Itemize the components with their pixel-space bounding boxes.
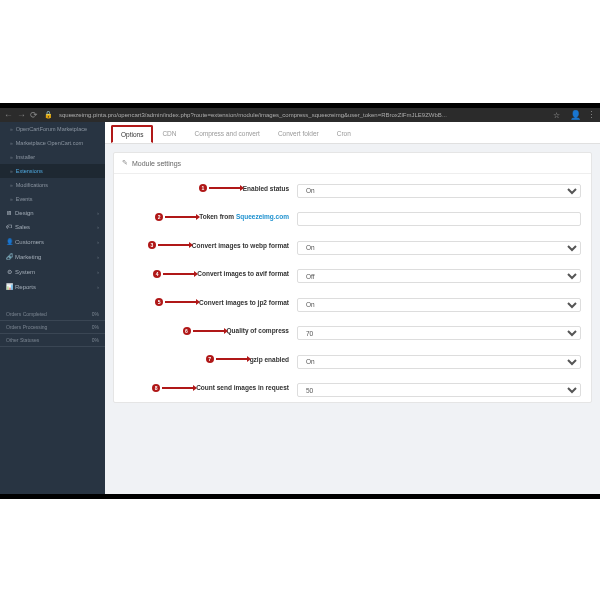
chevron-right-icon: › [97, 269, 99, 275]
chevron-right-icon: › [97, 210, 99, 216]
form-row: 2 Token from Squeezeimg.com [114, 203, 591, 232]
sidebar-sub-label: OpenCartForum Marketplace [16, 126, 87, 132]
pencil-icon: ✎ [122, 159, 128, 167]
sidebar-icon: 👤 [6, 238, 12, 245]
sidebar-sub-item[interactable]: »Marketplace OpenCart.com [0, 136, 105, 150]
tab-compress-and-convert[interactable]: Compress and convert [186, 125, 269, 143]
stat-label: Orders Processing [6, 324, 47, 330]
chevron-double-icon: » [10, 182, 13, 188]
arrow-icon [165, 301, 197, 303]
sidebar-sub-label: Installer [16, 154, 35, 160]
chevron-double-icon: » [10, 154, 13, 160]
panel-header: ✎ Module settings [114, 153, 591, 174]
sidebar-sub-item[interactable]: »Extensions [0, 164, 105, 178]
tab-cdn[interactable]: CDN [153, 125, 185, 143]
sidebar-item[interactable]: 🔗Marketing› [0, 249, 105, 264]
number-badge: 1 [199, 184, 207, 192]
chevron-right-icon: › [97, 224, 99, 230]
number-badge: 6 [183, 327, 191, 335]
arrow-icon [193, 330, 225, 332]
stat-value: 0% [92, 311, 99, 317]
sidebar-item[interactable]: 🖥Design› [0, 206, 105, 220]
sidebar-icon: 🏷 [6, 224, 12, 230]
form-row: 5 Convert images to jp2 format On [114, 288, 591, 317]
chevron-double-icon: » [10, 140, 13, 146]
sidebar-item[interactable]: ⚙System› [0, 264, 105, 279]
field-select[interactable]: On [297, 355, 581, 369]
number-badge: 8 [152, 384, 160, 392]
arrow-icon [162, 387, 194, 389]
field-select[interactable]: 70 [297, 326, 581, 340]
field-input[interactable] [297, 212, 581, 226]
sidebar: »OpenCartForum Marketplace»Marketplace O… [0, 122, 105, 494]
profile-icon[interactable]: 👤 [570, 110, 581, 120]
sidebar-label: Design [15, 210, 34, 216]
arrow-icon [209, 187, 241, 189]
field-select[interactable]: 50 [297, 383, 581, 397]
reload-icon[interactable]: ⟳ [30, 110, 38, 120]
sidebar-sub-label: Extensions [16, 168, 43, 174]
squeezeimg-link[interactable]: Squeezeimg.com [236, 213, 289, 220]
number-badge: 3 [148, 241, 156, 249]
number-badge: 5 [155, 298, 163, 306]
row-label: Count send images in request [196, 384, 289, 391]
row-label: gzip enabled [250, 356, 289, 363]
field-select[interactable]: On [297, 298, 581, 312]
row-label: Quality of compress [227, 327, 290, 334]
stat-value: 0% [92, 337, 99, 343]
sidebar-sub-item[interactable]: »OpenCartForum Marketplace [0, 122, 105, 136]
forward-icon[interactable]: → [17, 110, 26, 120]
back-icon[interactable]: ← [4, 110, 13, 120]
row-label: Token from Squeezeimg.com [199, 213, 289, 220]
sidebar-item[interactable]: 🏷Sales› [0, 220, 105, 234]
sidebar-label: Sales [15, 224, 30, 230]
form-row: 8 Count send images in request 50 [114, 374, 591, 403]
arrow-icon [216, 358, 248, 360]
lock-icon: 🔒 [44, 111, 53, 119]
sidebar-sub-item[interactable]: »Events [0, 192, 105, 206]
field-select[interactable]: On [297, 241, 581, 255]
stat-row: Orders Completed0% [0, 308, 105, 321]
stat-value: 0% [92, 324, 99, 330]
sidebar-sub-item[interactable]: »Modifications [0, 178, 105, 192]
field-select[interactable]: On [297, 184, 581, 198]
bookmark-star-icon[interactable]: ☆ [553, 111, 560, 120]
stat-label: Orders Completed [6, 311, 47, 317]
sidebar-icon: ⚙ [6, 268, 12, 275]
chevron-right-icon: › [97, 239, 99, 245]
stat-row: Other Statuses0% [0, 334, 105, 347]
arrow-icon [158, 244, 190, 246]
menu-icon[interactable]: ⋮ [587, 110, 596, 120]
number-badge: 4 [153, 270, 161, 278]
sidebar-sub-label: Modifications [16, 182, 48, 188]
arrow-icon [163, 273, 195, 275]
tab-convert-folder[interactable]: Convert folder [269, 125, 328, 143]
field-select[interactable]: Off [297, 269, 581, 283]
panel-title: Module settings [132, 160, 181, 167]
form-row: 1 Enabled status On [114, 174, 591, 203]
arrow-icon [165, 216, 197, 218]
stat-row: Orders Processing0% [0, 321, 105, 334]
settings-panel: ✎ Module settings 1 Enabled status On 2 … [113, 152, 592, 403]
form-row: 4 Convert images to avif format Off [114, 260, 591, 289]
chevron-right-icon: › [97, 284, 99, 290]
form-row: 3 Convert images to webp format On [114, 231, 591, 260]
sidebar-label: Reports [15, 284, 36, 290]
main-content: OptionsCDNCompress and convertConvert fo… [105, 122, 600, 494]
sidebar-item[interactable]: 📊Reports› [0, 279, 105, 294]
tabs: OptionsCDNCompress and convertConvert fo… [105, 122, 600, 144]
sidebar-sub-item[interactable]: »Installer [0, 150, 105, 164]
url-text[interactable]: squeezeimg.pinta.pro/opencart3/admin/ind… [59, 112, 447, 118]
number-badge: 2 [155, 213, 163, 221]
sidebar-item[interactable]: 👤Customers› [0, 234, 105, 249]
sidebar-label: Marketing [15, 254, 41, 260]
sidebar-sub-label: Marketplace OpenCart.com [16, 140, 83, 146]
sidebar-icon: 📊 [6, 283, 12, 290]
tab-options[interactable]: Options [111, 125, 153, 143]
row-label: Convert images to jp2 format [199, 299, 289, 306]
number-badge: 7 [206, 355, 214, 363]
chevron-double-icon: » [10, 168, 13, 174]
row-label: Convert images to webp format [192, 242, 289, 249]
chevron-right-icon: › [97, 254, 99, 260]
tab-cron[interactable]: Cron [328, 125, 360, 143]
